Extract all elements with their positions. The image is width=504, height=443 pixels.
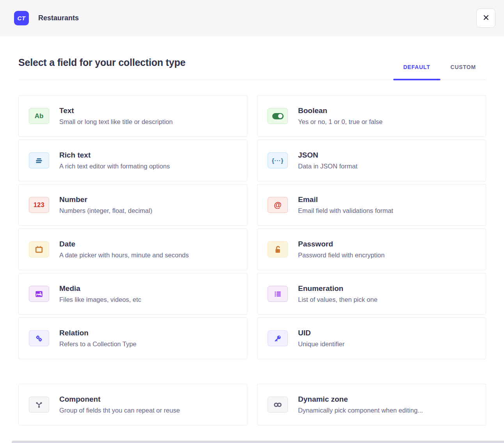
- picture-icon: [29, 286, 49, 302]
- field-card-json[interactable]: {···} JSON Data in JSON format: [257, 140, 486, 181]
- field-title: Date: [59, 240, 189, 248]
- field-desc: A date picker with hours, minute and sec…: [59, 252, 189, 259]
- number-123-icon: 123: [29, 197, 49, 213]
- field-desc: Refers to a Collection Type: [59, 340, 137, 348]
- field-card-email[interactable]: @ Email Email field with validations for…: [257, 184, 486, 226]
- text-ab-icon: Ab: [29, 108, 49, 124]
- field-title: Component: [59, 395, 180, 404]
- collection-title: Restaurants: [38, 14, 79, 22]
- modal-body: Select a field for your collection type …: [0, 36, 504, 425]
- field-title: Rich text: [59, 151, 170, 159]
- field-card-enumeration[interactable]: Enumeration List of values, then pick on…: [257, 273, 486, 315]
- field-title: Text: [59, 106, 173, 115]
- field-card-number[interactable]: 123 Number Numbers (integer, float, deci…: [18, 184, 247, 226]
- bullet-list-icon: [268, 286, 288, 302]
- field-title: Number: [59, 195, 152, 204]
- field-card-media[interactable]: Media Files like images, videos, etc: [18, 273, 247, 315]
- field-card-date[interactable]: Date A date picker with hours, minute an…: [18, 229, 247, 270]
- field-card-boolean[interactable]: Boolean Yes or no, 1 or 0, true or false: [257, 95, 486, 137]
- tab-default[interactable]: DEFAULT: [393, 64, 440, 80]
- close-icon: [482, 14, 490, 23]
- field-card-relation[interactable]: Relation Refers to a Collection Type: [18, 317, 247, 359]
- field-title: UID: [298, 329, 344, 337]
- at-sign-icon: @: [268, 197, 288, 213]
- field-title: Boolean: [298, 106, 383, 115]
- field-title: Enumeration: [298, 284, 378, 293]
- field-title: Dynamic zone: [298, 395, 423, 404]
- field-title: Relation: [59, 329, 137, 337]
- tab-bar: DEFAULT CUSTOM: [393, 64, 486, 80]
- lock-icon: [268, 241, 288, 257]
- field-title: JSON: [298, 151, 357, 159]
- field-desc: Group of fields tht you can repeat or re…: [59, 407, 180, 414]
- chain-link-icon: [29, 330, 49, 346]
- field-desc: A rich text editor with formating option…: [59, 163, 170, 170]
- collection-type-badge: CT: [14, 11, 29, 25]
- field-title: Email: [298, 195, 393, 204]
- field-grid: Ab Text Small or long text like title or…: [18, 95, 486, 359]
- json-braces-icon: {···}: [268, 152, 288, 168]
- field-desc: Email field with validations format: [298, 207, 393, 214]
- text-lines-icon: [29, 152, 49, 168]
- field-desc: Small or long text like title or descrip…: [59, 118, 173, 126]
- field-desc: Data in JSON format: [298, 163, 357, 170]
- field-desc: Files like images, videos, etc: [59, 296, 141, 303]
- field-card-password[interactable]: Password Password field with encryption: [257, 229, 486, 270]
- field-title: Password: [298, 240, 385, 248]
- component-nodes-icon: [29, 397, 49, 413]
- toggle-icon: [268, 108, 288, 124]
- field-desc: Dynamically pick component when editing.…: [298, 407, 423, 414]
- field-desc: Yes or no, 1 or 0, true or false: [298, 118, 383, 126]
- field-card-dynamiczone[interactable]: Dynamic zone Dynamically pick component …: [257, 384, 486, 425]
- field-desc: Unique identifier: [298, 340, 344, 348]
- footer-divider: [12, 441, 504, 443]
- field-desc: Numbers (integer, float, decimal): [59, 207, 152, 214]
- title-row: Select a field for your collection type …: [18, 57, 486, 80]
- calendar-icon: [29, 241, 49, 257]
- modal-header: CT Restaurants: [0, 0, 504, 36]
- field-grid-bottom: Component Group of fields tht you can re…: [18, 384, 486, 425]
- close-button[interactable]: [476, 9, 495, 28]
- field-card-richtext[interactable]: Rich text A rich text editor with format…: [18, 140, 247, 181]
- field-card-text[interactable]: Ab Text Small or long text like title or…: [18, 95, 247, 137]
- tab-custom[interactable]: CUSTOM: [440, 64, 486, 80]
- field-card-component[interactable]: Component Group of fields tht you can re…: [18, 384, 247, 425]
- key-icon: [268, 330, 288, 346]
- field-card-uid[interactable]: UID Unique identifier: [257, 317, 486, 359]
- field-desc: List of values, then pick one: [298, 296, 378, 303]
- infinity-icon: [268, 397, 288, 413]
- field-desc: Password field with encryption: [298, 252, 385, 259]
- field-title: Media: [59, 284, 141, 293]
- page-title: Select a field for your collection type: [18, 57, 185, 80]
